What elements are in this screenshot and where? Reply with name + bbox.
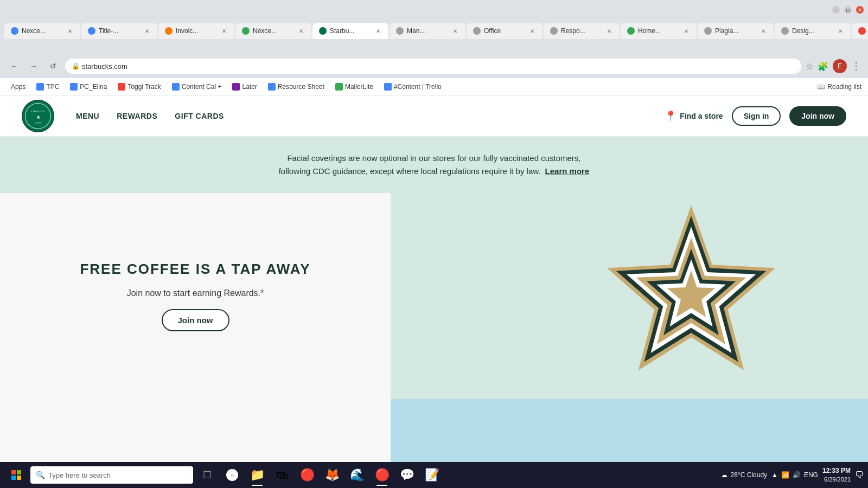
bookmark-pcelina[interactable]: PC_Elina — [66, 82, 111, 92]
windows-taskbar: 🔍 Type here to search ☐ ○ 📁 🛍 🔴 🦊 🌊 🔴 — [0, 462, 868, 488]
task-view-button[interactable]: ☐ — [195, 463, 219, 487]
bookmark-label: Toggl Track — [127, 83, 161, 91]
tab-title[interactable]: Title-... ✕ — [81, 23, 157, 39]
chrome-button[interactable]: 🔴 — [370, 463, 394, 487]
bookmark-label: Resource Sheet — [278, 83, 324, 91]
tab-starbucks[interactable]: Starbu... ✕ — [312, 23, 388, 39]
tab-board[interactable]: Board... ✕ — [852, 23, 868, 39]
menu-link[interactable]: MENU — [76, 112, 99, 120]
bookmark-trello[interactable]: #Content | Trello — [380, 82, 446, 92]
tab-home[interactable]: Home... ✕ — [621, 23, 697, 39]
network-icon[interactable]: 📶 — [781, 471, 789, 479]
refresh-button[interactable]: ↺ — [46, 59, 61, 74]
tab-close-icon[interactable]: ✕ — [682, 27, 690, 35]
tab-favicon — [11, 27, 18, 35]
tab-nexce2[interactable]: Nexce... ✕ — [235, 23, 311, 39]
joinnow-button[interactable]: Join now — [789, 106, 846, 126]
tab-close-icon[interactable]: ✕ — [374, 27, 382, 35]
bookmark-mailerlite[interactable]: MailerLite — [331, 82, 378, 92]
tab-close-icon[interactable]: ✕ — [66, 27, 74, 35]
bottom-partial-section — [0, 399, 868, 464]
find-store-link[interactable]: 📍 Find a store — [665, 110, 723, 122]
bookmark-contentcal[interactable]: Content Cal + — [168, 82, 226, 92]
show-hidden-icon[interactable]: ▲ — [771, 471, 778, 479]
system-icons: ☁ 28°C Cloudy — [721, 471, 768, 479]
hero-join-button[interactable]: Join now — [162, 309, 229, 331]
language-label: ENG — [804, 471, 818, 479]
svg-rect-15 — [11, 476, 16, 480]
tab-title-label: Respo... — [561, 27, 602, 35]
tab-plagia[interactable]: Plagia... ✕ — [698, 23, 774, 39]
tab-nexce1[interactable]: Nexce... ✕ — [4, 23, 80, 39]
bookmark-later[interactable]: Later — [228, 82, 261, 92]
tab-office[interactable]: Office ✕ — [467, 23, 542, 39]
tab-respo[interactable]: Respo... ✕ — [544, 23, 620, 39]
tab-title-label: Desig... — [792, 27, 833, 35]
notification-button[interactable]: 🗨 — [855, 470, 864, 480]
taskbar-search-box[interactable]: 🔍 Type here to search — [30, 466, 193, 484]
tab-man[interactable]: Man... ✕ — [390, 23, 465, 39]
back-button[interactable]: ← — [7, 59, 22, 74]
menu-dots-icon[interactable]: ⋮ — [851, 60, 861, 72]
minimize-button[interactable]: − — [832, 6, 840, 14]
bookmark-favicon — [36, 83, 44, 91]
tab-close-icon[interactable]: ✕ — [297, 27, 305, 35]
tab-close-icon[interactable]: ✕ — [605, 27, 613, 35]
reading-list-icon: 📖 — [817, 83, 825, 91]
cortana-button[interactable]: ○ — [220, 463, 244, 487]
edge-button[interactable]: 🌊 — [345, 463, 369, 487]
tab-close-icon[interactable]: ✕ — [143, 27, 151, 35]
folder-icon: 📁 — [250, 468, 265, 482]
svg-text:★: ★ — [36, 114, 41, 119]
bookmark-toggl[interactable]: Toggl Track — [113, 82, 165, 92]
bookmark-apps[interactable]: Apps — [7, 82, 30, 92]
reading-list-button[interactable]: 📖 Reading list — [817, 83, 861, 91]
ms-store-button[interactable]: 🛍 — [270, 463, 294, 487]
hero-section: FREE COFFEE IS A TAP AWAY Join now to st… — [0, 193, 868, 399]
tab-close-icon[interactable]: ✕ — [837, 27, 844, 35]
gift-cards-link[interactable]: GIFT CARDS — [175, 112, 224, 120]
vlc-button[interactable]: 🔴 — [295, 463, 319, 487]
bookmark-star-icon[interactable]: ☆ — [806, 61, 813, 72]
start-button[interactable] — [4, 463, 28, 487]
tab-favicon — [319, 27, 327, 35]
tab-desig[interactable]: Desig... ✕ — [775, 23, 851, 39]
tab-favicon — [473, 27, 481, 35]
tab-close-icon[interactable]: ✕ — [451, 27, 459, 35]
bookmark-resource[interactable]: Resource Sheet — [264, 82, 329, 92]
tab-close-icon[interactable]: ✕ — [220, 27, 228, 35]
learn-more-link[interactable]: Learn more — [545, 166, 590, 176]
bookmark-label: PC_Elina — [80, 83, 107, 91]
time-display: 12:33 PM — [822, 466, 851, 476]
tab-close-icon[interactable]: ✕ — [528, 27, 536, 35]
address-bar[interactable]: 🔒 starbucks.com — [65, 59, 801, 74]
bookmark-tpc[interactable]: TPC — [32, 82, 63, 92]
profile-icon[interactable]: E — [833, 59, 847, 73]
starbucks-nav: ★ STARBUCKS COFFEE MENU REWARDS GIFT CAR… — [0, 95, 868, 137]
tab-favicon — [550, 27, 558, 35]
maximize-button[interactable]: □ — [844, 6, 852, 14]
svg-text:STARBUCKS: STARBUCKS — [31, 110, 45, 112]
firefox-button[interactable]: 🦊 — [320, 463, 344, 487]
bottom-left — [0, 399, 391, 464]
tab-close-icon[interactable]: ✕ — [760, 27, 767, 35]
volume-icon[interactable]: 🔊 — [793, 471, 801, 479]
rewards-link[interactable]: REWARDS — [117, 112, 157, 120]
sticky-notes-button[interactable]: 📝 — [420, 463, 444, 487]
bookmark-favicon — [118, 83, 125, 91]
teams-button[interactable]: 💬 — [395, 463, 419, 487]
close-button[interactable]: ✕ — [856, 6, 864, 14]
tab-title-label: Plagia... — [715, 27, 756, 35]
search-icon: 🔍 — [36, 471, 45, 479]
signin-button[interactable]: Sign in — [732, 106, 781, 126]
banner-text: Facial coverings are now optional in our… — [22, 152, 846, 178]
forward-button[interactable]: → — [26, 59, 41, 74]
weather-text: 28°C Cloudy — [731, 471, 768, 479]
tab-favicon — [88, 27, 95, 35]
tab-invoic[interactable]: Invoic... ✕ — [158, 23, 234, 39]
extensions-icon[interactable]: 🧩 — [818, 61, 828, 72]
file-explorer-button[interactable]: 📁 — [245, 463, 269, 487]
active-indicator — [376, 485, 387, 486]
starbucks-logo[interactable]: ★ STARBUCKS COFFEE — [22, 100, 54, 132]
clock[interactable]: 12:33 PM 6/29/2021 — [822, 466, 851, 484]
